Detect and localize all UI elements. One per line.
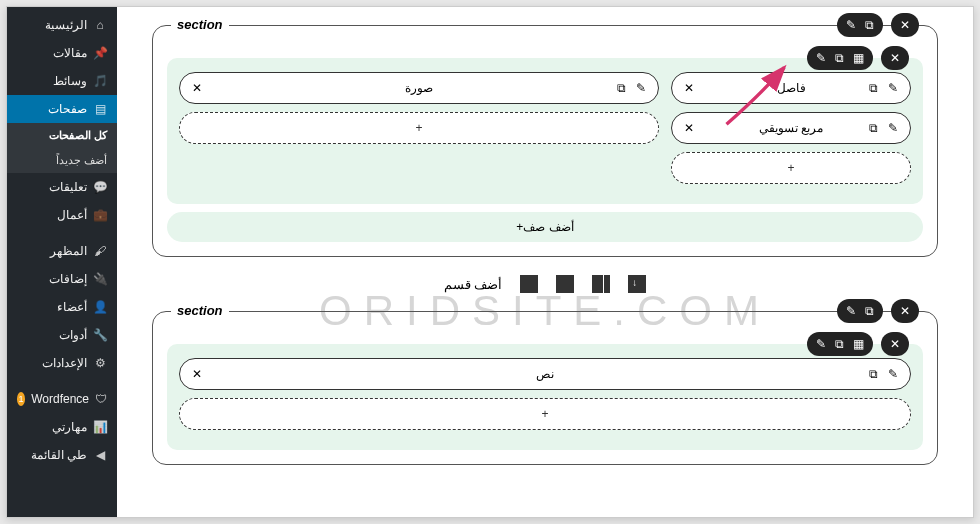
edit-icon[interactable]: ✎ bbox=[816, 51, 826, 65]
layout-icon-1col[interactable] bbox=[556, 275, 574, 293]
close-icon[interactable]: ✕ bbox=[900, 304, 910, 318]
edit-icon[interactable]: ✎ bbox=[636, 81, 646, 95]
clone-icon[interactable]: ⧉ bbox=[835, 337, 844, 351]
sidebar-item-plugins[interactable]: 🔌إضافات bbox=[7, 265, 117, 293]
layout-icon-import[interactable] bbox=[628, 275, 646, 293]
close-icon[interactable]: ✕ bbox=[192, 81, 202, 95]
sidebar-sub-all-pages[interactable]: كل الصفحات bbox=[7, 123, 117, 148]
page-icon: ▤ bbox=[93, 102, 107, 116]
comment-icon: 💬 bbox=[93, 180, 107, 194]
close-icon[interactable]: ✕ bbox=[684, 121, 694, 135]
row-2: ✎⧉▦ ✕ ✎⧉ نص ✕ + bbox=[167, 344, 923, 450]
pin-icon: 📌 bbox=[93, 46, 107, 60]
clone-icon[interactable]: ⧉ bbox=[869, 81, 878, 95]
clone-icon[interactable]: ⧉ bbox=[865, 304, 874, 318]
element-image[interactable]: ✎⧉ صورة ✕ bbox=[179, 72, 659, 104]
row-1: ✎⧉▦ ✕ ✎⧉ صورة ✕ + ✎⧉ فاصل ✕ bbox=[167, 58, 923, 204]
notification-badge: 1 bbox=[17, 392, 25, 406]
edit-icon[interactable]: ✎ bbox=[846, 18, 856, 32]
media-icon: 🎵 bbox=[93, 74, 107, 88]
shield-icon: 🛡 bbox=[95, 392, 107, 406]
clone-icon[interactable]: ⧉ bbox=[869, 121, 878, 135]
sidebar-item-home[interactable]: ⌂الرئيسية bbox=[7, 11, 117, 39]
add-element[interactable]: + bbox=[179, 398, 911, 430]
briefcase-icon: 💼 bbox=[93, 208, 107, 222]
section-2: section ✎⧉ ✕ ✎⧉▦ ✕ ✎⧉ نص ✕ + bbox=[152, 311, 938, 465]
add-row-button[interactable]: + أضف صف bbox=[167, 212, 923, 242]
add-element[interactable]: + bbox=[179, 112, 659, 144]
section-label: section bbox=[171, 17, 229, 32]
element-marketing-box[interactable]: ✎⧉ مربع تسويقي ✕ bbox=[671, 112, 911, 144]
close-icon[interactable]: ✕ bbox=[890, 337, 900, 351]
sidebar-collapse[interactable]: ◀طي القائمة bbox=[7, 441, 117, 469]
wrench-icon: 🔧 bbox=[93, 328, 107, 342]
gear-icon: ⚙ bbox=[93, 356, 107, 370]
user-icon: 👤 bbox=[93, 300, 107, 314]
edit-icon[interactable]: ✎ bbox=[816, 337, 826, 351]
close-icon[interactable]: ✕ bbox=[684, 81, 694, 95]
clone-icon[interactable]: ⧉ bbox=[865, 18, 874, 32]
add-element[interactable]: + bbox=[671, 152, 911, 184]
layout-icon-sidebar[interactable] bbox=[592, 275, 610, 293]
section-1: section ✎⧉ ✕ ✎⧉▦ ✕ ✎⧉ صورة ✕ + bbox=[152, 25, 938, 257]
columns-icon[interactable]: ▦ bbox=[853, 51, 864, 65]
columns-icon[interactable]: ▦ bbox=[853, 337, 864, 351]
edit-icon[interactable]: ✎ bbox=[846, 304, 856, 318]
sidebar-item-skills[interactable]: 📊مهارتي bbox=[7, 413, 117, 441]
clone-icon[interactable]: ⧉ bbox=[835, 51, 844, 65]
sidebar-item-settings[interactable]: ⚙الإعدادات bbox=[7, 349, 117, 377]
bars-icon: 📊 bbox=[93, 420, 107, 434]
close-icon[interactable]: ✕ bbox=[890, 51, 900, 65]
sidebar-item-users[interactable]: 👤أعضاء bbox=[7, 293, 117, 321]
layout-icon-2col[interactable] bbox=[520, 275, 538, 293]
plugin-icon: 🔌 bbox=[93, 272, 107, 286]
page-builder: ORIDSITE.COM section ✎⧉ ✕ ✎⧉▦ ✕ ✎⧉ صورة … bbox=[117, 7, 973, 517]
sidebar-item-posts[interactable]: 📌مقالات bbox=[7, 39, 117, 67]
sidebar-item-media[interactable]: 🎵وسائط bbox=[7, 67, 117, 95]
close-icon[interactable]: ✕ bbox=[900, 18, 910, 32]
brush-icon: 🖌 bbox=[93, 244, 107, 258]
edit-icon[interactable]: ✎ bbox=[888, 367, 898, 381]
section-label: section bbox=[171, 303, 229, 318]
sidebar-item-appearance[interactable]: 🖌المظهر bbox=[7, 237, 117, 265]
element-divider[interactable]: ✎⧉ فاصل ✕ bbox=[671, 72, 911, 104]
clone-icon[interactable]: ⧉ bbox=[869, 367, 878, 381]
edit-icon[interactable]: ✎ bbox=[888, 81, 898, 95]
sidebar-item-wordfence[interactable]: 🛡Wordfence1 bbox=[7, 385, 117, 413]
edit-icon[interactable]: ✎ bbox=[888, 121, 898, 135]
close-icon[interactable]: ✕ bbox=[192, 367, 202, 381]
sidebar-item-works[interactable]: 💼أعمال bbox=[7, 201, 117, 229]
sidebar-item-comments[interactable]: 💬تعليقات bbox=[7, 173, 117, 201]
sidebar-sub-add-new[interactable]: أضف جديداً bbox=[7, 148, 117, 173]
sidebar-item-tools[interactable]: 🔧أدوات bbox=[7, 321, 117, 349]
sidebar-item-pages[interactable]: ▤صفحات bbox=[7, 95, 117, 123]
home-icon: ⌂ bbox=[93, 18, 107, 32]
admin-sidebar: ⌂الرئيسية 📌مقالات 🎵وسائط ▤صفحات كل الصفح… bbox=[7, 7, 117, 517]
collapse-icon: ◀ bbox=[93, 448, 107, 462]
add-section-bar: أضف قسم bbox=[152, 275, 938, 293]
add-section-label: أضف قسم bbox=[444, 277, 503, 292]
element-text[interactable]: ✎⧉ نص ✕ bbox=[179, 358, 911, 390]
section-toolbar: ✎⧉ ✕ bbox=[837, 13, 919, 37]
clone-icon[interactable]: ⧉ bbox=[617, 81, 626, 95]
